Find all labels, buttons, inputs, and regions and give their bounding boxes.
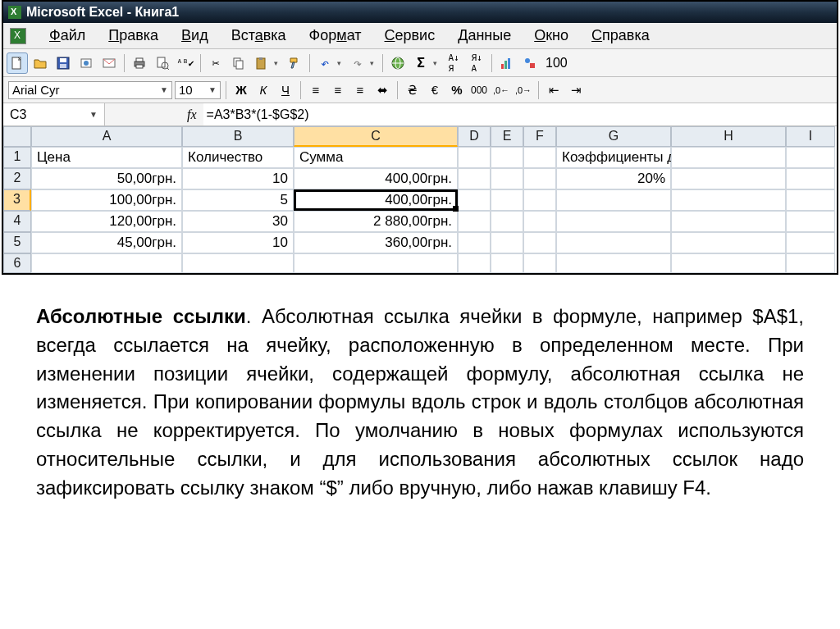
col-head-A[interactable]: A	[31, 126, 182, 147]
fx-icon[interactable]: fx	[105, 107, 203, 122]
menu-data[interactable]: Данные	[446, 25, 523, 46]
font-size-combo[interactable]: 10 ▼	[175, 81, 221, 99]
copy-button[interactable]	[228, 52, 249, 74]
col-head-C[interactable]: C	[294, 126, 458, 147]
menu-file[interactable]: Файл	[38, 25, 97, 46]
save-button[interactable]	[52, 52, 74, 74]
sort-asc-button[interactable]: А↓Я	[443, 52, 464, 74]
cell-C5[interactable]: 360,00грн.	[294, 232, 458, 253]
row-head-2[interactable]: 2	[3, 168, 31, 189]
row-head-3[interactable]: 3	[3, 189, 31, 211]
cell-A3[interactable]: 100,00грн.	[31, 189, 182, 211]
cell-C2[interactable]: 400,00грн.	[294, 168, 458, 189]
cell-G5[interactable]	[556, 232, 671, 253]
merge-center-button[interactable]: ⬌	[372, 80, 392, 100]
format-painter-button[interactable]	[284, 52, 305, 74]
cell-E4[interactable]	[491, 211, 523, 232]
decrease-indent-button[interactable]: ⇤	[544, 80, 564, 100]
cell-G3[interactable]	[556, 189, 671, 211]
cell-A4[interactable]: 120,00грн.	[31, 211, 182, 232]
cell-D4[interactable]	[458, 211, 491, 232]
open-button[interactable]	[30, 52, 51, 74]
cell-I1[interactable]	[786, 147, 835, 168]
hyperlink-button[interactable]	[387, 52, 409, 74]
permissions-button[interactable]	[75, 52, 97, 74]
cell-E2[interactable]	[491, 168, 523, 189]
cell-B6[interactable]	[182, 253, 294, 273]
col-head-D[interactable]: D	[458, 126, 491, 147]
paste-menu-arrow[interactable]: ▾	[274, 59, 282, 67]
cell-G6[interactable]	[556, 253, 671, 273]
undo-menu-arrow[interactable]: ▾	[337, 59, 345, 67]
menu-insert[interactable]: Вставка	[220, 25, 298, 46]
cell-G1[interactable]: Коэффициенты дисконта	[556, 147, 671, 168]
cell-F2[interactable]	[523, 168, 556, 189]
col-head-I[interactable]: I	[786, 126, 835, 147]
menu-edit[interactable]: Правка	[97, 25, 170, 46]
menu-format[interactable]: Формат	[298, 25, 373, 46]
title-bar[interactable]: Microsoft Excel - Книга1	[3, 2, 837, 23]
cell-I3[interactable]	[786, 189, 835, 211]
cell-I5[interactable]	[786, 232, 835, 253]
underline-button[interactable]: Ч	[276, 80, 295, 100]
cell-B2[interactable]: 10	[182, 168, 294, 189]
cell-H3[interactable]	[671, 189, 786, 211]
cell-H1[interactable]	[671, 147, 786, 168]
cell-F1[interactable]	[523, 147, 556, 168]
col-head-G[interactable]: G	[556, 126, 671, 147]
align-right-button[interactable]: ≡	[350, 80, 370, 100]
increase-indent-button[interactable]: ⇥	[566, 80, 586, 100]
cell-C6[interactable]	[294, 253, 458, 273]
comma-button[interactable]: 000	[469, 80, 489, 100]
paste-button[interactable]	[251, 52, 272, 74]
cell-D2[interactable]	[458, 168, 491, 189]
cell-B5[interactable]: 10	[182, 232, 294, 253]
bold-button[interactable]: Ж	[231, 80, 251, 100]
increase-decimal-button[interactable]: ,0←	[491, 80, 511, 100]
cell-F4[interactable]	[523, 211, 556, 232]
cell-G2[interactable]: 20%	[556, 168, 671, 189]
workbook-icon[interactable]	[10, 28, 26, 44]
email-button[interactable]	[98, 52, 120, 74]
cell-A5[interactable]: 45,00грн.	[31, 232, 182, 253]
cell-B1[interactable]: Количество	[182, 147, 294, 168]
undo-button[interactable]: ↶	[314, 52, 336, 74]
row-head-5[interactable]: 5	[3, 232, 31, 253]
cell-G4[interactable]	[556, 211, 671, 232]
cell-C4[interactable]: 2 880,00грн.	[294, 211, 458, 232]
redo-button[interactable]: ↷	[347, 52, 368, 74]
font-name-combo[interactable]: Arial Cyr ▼	[8, 81, 172, 99]
col-head-H[interactable]: H	[671, 126, 786, 147]
col-head-B[interactable]: B	[182, 126, 294, 147]
percent-button[interactable]: %	[447, 80, 467, 100]
col-head-F[interactable]: F	[523, 126, 556, 147]
menu-service[interactable]: Сервис	[373, 25, 447, 46]
menu-view[interactable]: Вид	[170, 25, 220, 46]
italic-button[interactable]: К	[253, 80, 273, 100]
spelling-button[interactable]: ᴬᴮ✔	[175, 52, 196, 74]
cell-F3[interactable]	[523, 189, 556, 211]
menu-window[interactable]: Окно	[523, 25, 580, 46]
row-head-4[interactable]: 4	[3, 211, 31, 232]
cell-E3[interactable]	[491, 189, 523, 211]
cell-D6[interactable]	[458, 253, 491, 273]
cell-D5[interactable]	[458, 232, 491, 253]
cell-A6[interactable]	[31, 253, 182, 273]
cell-F5[interactable]	[523, 232, 556, 253]
cell-A1[interactable]: Цена	[31, 147, 182, 168]
cell-A2[interactable]: 50,00грн.	[31, 168, 182, 189]
cell-E1[interactable]	[491, 147, 523, 168]
cell-B4[interactable]: 30	[182, 211, 294, 232]
zoom-value[interactable]: 100	[542, 56, 571, 71]
formula-input[interactable]: =A3*B3*(1-$G$2)	[203, 103, 837, 125]
cell-C3[interactable]: 400,00грн.	[294, 189, 458, 211]
col-head-E[interactable]: E	[491, 126, 523, 147]
row-head-6[interactable]: 6	[3, 253, 31, 273]
cell-E5[interactable]	[491, 232, 523, 253]
autosum-button[interactable]: Σ	[410, 52, 431, 74]
cell-H4[interactable]	[671, 211, 786, 232]
cell-D3[interactable]	[458, 189, 491, 211]
cut-button[interactable]: ✂	[205, 52, 226, 74]
align-left-button[interactable]: ≡	[306, 80, 326, 100]
cell-D1[interactable]	[458, 147, 491, 168]
